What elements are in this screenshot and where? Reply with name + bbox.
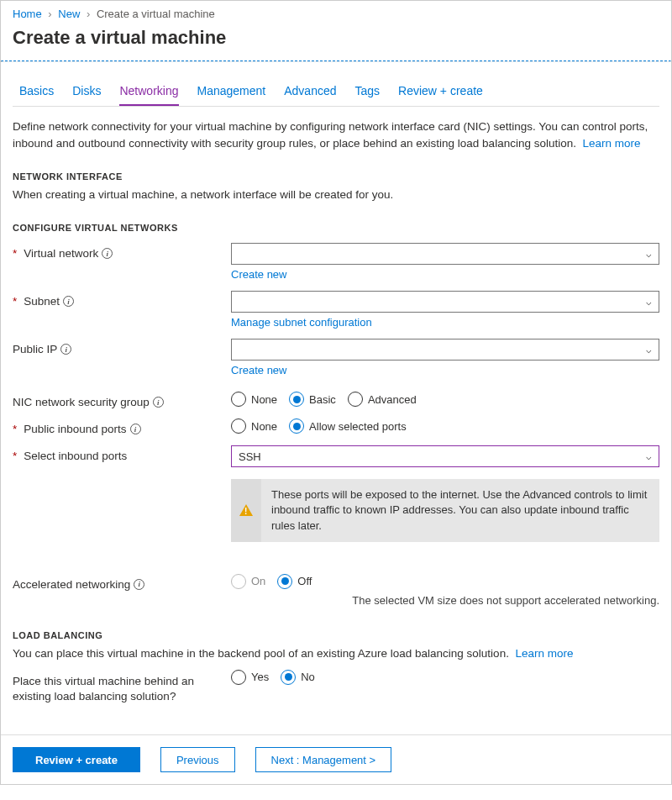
accel-net-label: Accelerated networking i — [13, 574, 231, 591]
accel-on-radio: On — [231, 574, 265, 589]
breadcrumb: Home › New › Create a virtual machine — [1, 1, 671, 24]
chevron-down-icon: ⌵ — [646, 249, 652, 260]
tab-disks[interactable]: Disks — [72, 81, 101, 106]
section-network-interface: NETWORK INTERFACE — [13, 171, 659, 182]
tab-advanced[interactable]: Advanced — [284, 81, 336, 106]
subnet-manage-link[interactable]: Manage subnet configuration — [231, 316, 372, 329]
chevron-right-icon: › — [45, 8, 55, 20]
public-ip-label: Public IP i — [13, 339, 231, 355]
chevron-down-icon: ⌵ — [646, 451, 652, 462]
intro-text: Define network connectivity for your vir… — [13, 107, 659, 155]
tab-review[interactable]: Review + create — [398, 81, 483, 106]
review-create-button[interactable]: Review + create — [13, 747, 140, 772]
chevron-right-icon: › — [83, 8, 93, 20]
tab-basics[interactable]: Basics — [19, 81, 54, 106]
tab-networking[interactable]: Networking — [119, 81, 178, 106]
tab-bar: Basics Disks Networking Management Advan… — [13, 77, 659, 107]
info-icon[interactable]: i — [130, 424, 141, 434]
nic-nsg-advanced-radio[interactable]: Advanced — [348, 392, 417, 407]
info-icon[interactable]: i — [60, 344, 71, 355]
virtual-network-create-new[interactable]: Create new — [231, 268, 286, 281]
public-ip-create-new[interactable]: Create new — [231, 364, 286, 376]
ports-warning: These ports will be exposed to the inter… — [231, 479, 659, 542]
accel-hint: The selected VM size does not support ac… — [231, 594, 659, 607]
info-icon[interactable]: i — [153, 397, 164, 408]
nic-nsg-label: NIC network security group i — [13, 392, 231, 408]
learn-more-link[interactable]: Learn more — [582, 137, 640, 150]
inbound-ports-label: *Public inbound ports i — [13, 418, 231, 435]
previous-button[interactable]: Previous — [160, 747, 235, 772]
section-load-balancing: LOAD BALANCING — [13, 630, 659, 640]
footer: Review + create Previous Next : Manageme… — [1, 734, 671, 784]
nic-nsg-none-radio[interactable]: None — [231, 392, 277, 407]
breadcrumb-home[interactable]: Home — [13, 8, 42, 20]
virtual-network-dropdown[interactable]: ⌵ — [231, 243, 659, 265]
info-icon[interactable]: i — [102, 248, 113, 259]
inbound-allow-radio[interactable]: Allow selected ports — [289, 418, 407, 434]
next-button[interactable]: Next : Management > — [255, 747, 392, 772]
breadcrumb-current: Create a virtual machine — [97, 8, 215, 20]
page-title: Create a virtual machine — [1, 24, 671, 61]
tab-tags[interactable]: Tags — [355, 81, 381, 106]
warning-icon — [239, 504, 253, 516]
section-network-interface-sub: When creating a virtual machine, a netwo… — [13, 188, 659, 201]
lb-learn-more-link[interactable]: Learn more — [515, 647, 573, 660]
select-ports-label: *Select inbound ports — [13, 445, 231, 462]
info-icon[interactable]: i — [134, 579, 144, 590]
accel-off-radio[interactable]: Off — [277, 574, 312, 589]
virtual-network-label: *Virtual network i — [13, 243, 231, 260]
info-icon[interactable]: i — [63, 296, 74, 307]
inbound-none-radio[interactable]: None — [231, 418, 277, 434]
nic-nsg-basic-radio[interactable]: Basic — [289, 392, 336, 407]
subnet-label: *Subnet i — [13, 291, 231, 308]
chevron-down-icon: ⌵ — [646, 345, 652, 355]
select-ports-dropdown[interactable]: SSH⌵ — [231, 445, 659, 467]
public-ip-dropdown[interactable]: ⌵ — [231, 339, 659, 361]
chevron-down-icon: ⌵ — [646, 297, 652, 308]
lb-question-label: Place this virtual machine behind an exi… — [13, 670, 231, 704]
breadcrumb-new[interactable]: New — [58, 8, 80, 20]
page-container: Home › New › Create a virtual machine Cr… — [0, 0, 672, 785]
section-configure-networks: CONFIGURE VIRTUAL NETWORKS — [13, 223, 659, 233]
tab-management[interactable]: Management — [197, 81, 266, 106]
lb-sub: You can place this virtual machine in th… — [13, 647, 659, 660]
lb-yes-radio[interactable]: Yes — [231, 670, 269, 685]
subnet-dropdown[interactable]: ⌵ — [231, 291, 659, 313]
lb-no-radio[interactable]: No — [281, 670, 315, 685]
